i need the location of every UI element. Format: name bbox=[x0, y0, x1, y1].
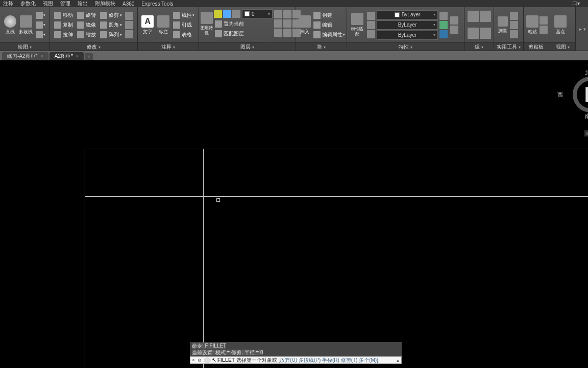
menu-addins[interactable]: 附加模块 bbox=[95, 0, 115, 7]
cmdline-expand-button[interactable]: ▴ bbox=[395, 357, 401, 363]
base-button[interactable]: 基点 bbox=[553, 9, 568, 41]
panel-block-title[interactable]: 块 bbox=[296, 42, 347, 51]
viewcube[interactable]: 北 西 上 南 WCS bbox=[557, 66, 588, 128]
viewcube-south[interactable]: 南 bbox=[585, 112, 588, 120]
viewcube-north[interactable]: 北 bbox=[585, 69, 588, 77]
copy-button[interactable]: 复制 bbox=[53, 20, 75, 30]
arc-button[interactable]: ▾ bbox=[34, 20, 47, 30]
panel-properties-title[interactable]: 特性 bbox=[347, 42, 464, 51]
dim-button[interactable]: 标注 bbox=[156, 9, 171, 41]
panel-layers-title[interactable]: 图层 bbox=[199, 42, 296, 51]
layer-toggle-2[interactable] bbox=[223, 10, 231, 18]
layer-util-1[interactable] bbox=[274, 10, 282, 18]
new-tab-button[interactable]: + bbox=[85, 53, 93, 60]
command-line[interactable]: × ⚙ ↖ FILLET 选择第一个对象或 [放弃(U) 多段线(P) 半径(R… bbox=[190, 356, 402, 364]
table-button[interactable]: 表格 bbox=[172, 30, 196, 39]
polyline-button[interactable]: 多段线 bbox=[18, 9, 33, 41]
stretch-button[interactable]: 拉伸 bbox=[53, 30, 75, 39]
close-icon[interactable]: × bbox=[40, 54, 43, 59]
insert-block-button[interactable]: 插入 bbox=[299, 9, 311, 41]
edit-block-button[interactable]: 编辑 bbox=[312, 20, 347, 30]
menu-view[interactable]: 视图 bbox=[43, 0, 53, 7]
menu-output[interactable]: 输出 bbox=[78, 0, 88, 7]
layer-util-7[interactable] bbox=[274, 29, 282, 37]
group-edit-button[interactable] bbox=[468, 28, 479, 39]
array-button[interactable]: 阵列▾ bbox=[99, 30, 124, 39]
util-3[interactable] bbox=[510, 30, 518, 38]
wcs-indicator[interactable]: WCS bbox=[584, 130, 588, 136]
menu-manage[interactable]: 管理 bbox=[60, 0, 70, 7]
rotate-button[interactable]: 旋转 bbox=[76, 10, 97, 20]
layer-util-2[interactable] bbox=[283, 10, 291, 18]
ungroup-button[interactable] bbox=[480, 11, 491, 22]
prop-extra-2[interactable] bbox=[450, 16, 458, 25]
line-button[interactable]: 直线 bbox=[3, 9, 17, 41]
text-button[interactable]: A 文字 bbox=[140, 9, 155, 41]
menu-appearance[interactable]: 口▾ bbox=[572, 0, 580, 7]
match-layer-button[interactable]: 匹配图层 bbox=[213, 29, 274, 38]
drawing-canvas[interactable] bbox=[0, 60, 588, 368]
layer-util-8[interactable] bbox=[283, 29, 291, 37]
layer-toggle-1[interactable] bbox=[214, 10, 222, 18]
doc-tab-0[interactable]: 练习-A2图框* × bbox=[2, 52, 48, 60]
prop-extra-1[interactable] bbox=[439, 12, 448, 20]
layer-util-5[interactable] bbox=[283, 19, 291, 28]
ribbon-expand[interactable]: ▸ ▾ bbox=[579, 27, 586, 32]
layer-props-button[interactable]: 图层特性 bbox=[201, 8, 213, 39]
linear-button[interactable]: 线性▾ bbox=[172, 10, 196, 20]
set-current-button[interactable]: 置为当前 bbox=[213, 19, 274, 29]
circle-button[interactable]: ▾ bbox=[34, 10, 47, 20]
explode-button[interactable] bbox=[125, 21, 133, 29]
scale-button[interactable]: 缩放 bbox=[76, 30, 97, 39]
layer-util-4[interactable] bbox=[274, 19, 282, 28]
doc-tab-1[interactable]: A2图框* × bbox=[50, 52, 84, 60]
viewcube-west[interactable]: 西 bbox=[557, 91, 563, 99]
close-cmdline-button[interactable]: × bbox=[190, 357, 197, 363]
group-button[interactable] bbox=[468, 11, 479, 22]
prop-color-button[interactable] bbox=[367, 12, 375, 20]
cmdline-tools-button[interactable]: ⚙ bbox=[197, 358, 203, 363]
panel-utilities-title[interactable]: 实用工具 bbox=[494, 42, 523, 51]
util-2[interactable] bbox=[510, 21, 518, 29]
util-1[interactable] bbox=[510, 12, 518, 20]
panel-modify-title[interactable]: 修改 bbox=[50, 42, 137, 51]
panel-view-title[interactable]: 视图 bbox=[550, 42, 575, 51]
cmd-options[interactable]: [放弃(U) 多段线(P) 半径(R) 修剪(T) 多个(M)] bbox=[278, 357, 378, 363]
prop-transparency[interactable] bbox=[439, 21, 448, 29]
more-draw-button[interactable]: ▾ bbox=[34, 30, 47, 39]
copy-clip-button[interactable] bbox=[540, 26, 548, 34]
group-select-button[interactable] bbox=[480, 28, 491, 39]
measure-button[interactable]: 测量 bbox=[497, 9, 509, 41]
prop-linetype-button[interactable] bbox=[367, 30, 375, 38]
prop-list[interactable] bbox=[439, 30, 448, 38]
match-props-button[interactable]: 特性匹配 bbox=[350, 9, 365, 41]
prop-extra-3[interactable] bbox=[450, 26, 458, 34]
lineweight-dropdown[interactable]: ByLayer▾ bbox=[377, 20, 438, 30]
trim-button[interactable]: 修剪▾ bbox=[99, 10, 124, 20]
panel-groups-title[interactable]: 组 bbox=[464, 42, 494, 51]
paste-button[interactable]: 粘贴 bbox=[526, 9, 538, 41]
fillet-button[interactable]: 圆角▾ bbox=[99, 20, 124, 30]
menu-a360[interactable]: A360 bbox=[122, 1, 134, 7]
prop-lineweight-button[interactable] bbox=[367, 21, 375, 29]
panel-annotation-title[interactable]: 注释 bbox=[138, 42, 199, 51]
viewcube-top-face[interactable]: 上 bbox=[585, 87, 588, 102]
menu-annotation[interactable]: 注释 bbox=[3, 0, 13, 7]
create-block-button[interactable]: 创建 bbox=[312, 10, 347, 20]
menu-express[interactable]: Express Tools bbox=[141, 1, 173, 7]
panel-clipboard-title[interactable]: 剪贴板 bbox=[524, 42, 550, 51]
move-button[interactable]: 移动 bbox=[53, 10, 75, 20]
close-icon[interactable]: × bbox=[76, 54, 79, 59]
cut-button[interactable] bbox=[540, 16, 548, 25]
panel-draw-title[interactable]: 绘图 bbox=[0, 42, 50, 51]
leader-button[interactable]: 引线 bbox=[172, 20, 196, 30]
layer-toggle-3[interactable] bbox=[232, 10, 240, 18]
layer-dropdown[interactable]: 0 ▾ bbox=[242, 9, 273, 18]
color-dropdown[interactable]: ByLayer▾ bbox=[377, 10, 438, 19]
offset-button[interactable] bbox=[125, 30, 133, 38]
edit-attr-button[interactable]: 编辑属性▾ bbox=[312, 30, 347, 39]
menu-parametric[interactable]: 参数化 bbox=[20, 0, 36, 7]
mirror-button[interactable]: 镜像 bbox=[76, 20, 97, 30]
linetype-dropdown[interactable]: ByLayer▾ bbox=[377, 31, 438, 40]
erase-button[interactable] bbox=[125, 12, 133, 20]
